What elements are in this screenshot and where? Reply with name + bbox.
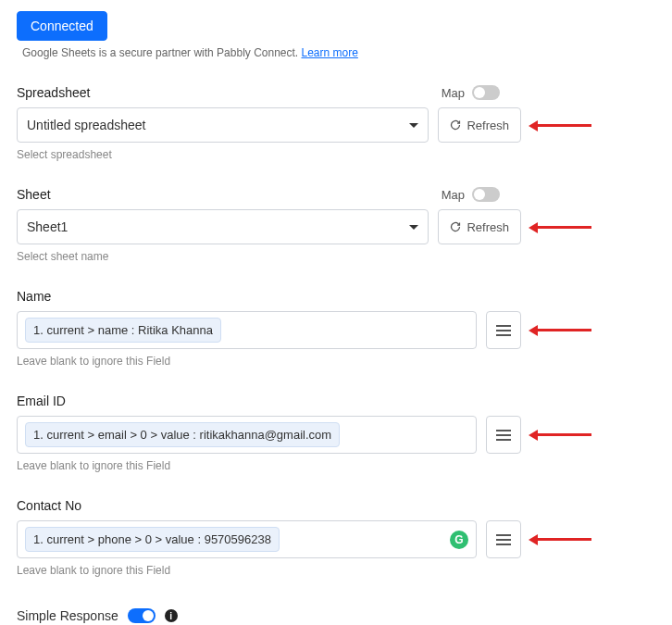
- email-helper: Leave blank to ignore this Field: [17, 459, 655, 472]
- map-label: Map: [442, 188, 465, 202]
- email-token[interactable]: 1. current > email > 0 > value : ritikak…: [25, 422, 340, 447]
- name-label: Name: [17, 289, 51, 304]
- menu-icon: [496, 325, 511, 336]
- name-helper: Leave blank to ignore this Field: [17, 355, 655, 368]
- simple-response-toggle[interactable]: [128, 608, 156, 623]
- sheet-label: Sheet: [17, 187, 51, 202]
- spreadsheet-map-toggle[interactable]: [472, 85, 500, 100]
- contact-input[interactable]: 1. current > phone > 0 > value : 9570596…: [17, 520, 477, 558]
- refresh-label: Refresh: [467, 220, 509, 234]
- chevron-down-icon: [409, 123, 418, 128]
- info-icon[interactable]: i: [165, 609, 178, 622]
- learn-more-link[interactable]: Learn more: [302, 46, 358, 59]
- sheet-refresh-button[interactable]: Refresh: [438, 209, 521, 244]
- spreadsheet-select[interactable]: Untitled spreadsheet: [17, 107, 429, 143]
- menu-icon: [496, 534, 511, 545]
- menu-icon: [496, 430, 511, 441]
- connected-button[interactable]: Connected: [17, 11, 107, 41]
- spreadsheet-helper: Select spreadsheet: [17, 148, 655, 161]
- chevron-down-icon: [409, 225, 418, 230]
- email-label: Email ID: [17, 394, 66, 408]
- name-input[interactable]: 1. current > name : Ritika Khanna: [17, 311, 477, 349]
- pointer-arrow: [536, 538, 591, 541]
- sheet-helper: Select sheet name: [17, 250, 655, 263]
- spreadsheet-label: Spreadsheet: [17, 85, 90, 100]
- spreadsheet-refresh-button[interactable]: Refresh: [438, 107, 521, 143]
- contact-label: Contact No: [17, 498, 81, 513]
- refresh-label: Refresh: [467, 119, 509, 132]
- grammarly-badge: G: [450, 531, 468, 549]
- sheet-value: Sheet1: [27, 219, 68, 234]
- pointer-arrow: [536, 329, 591, 331]
- simple-response-label: Simple Response: [17, 608, 118, 623]
- refresh-icon: [450, 119, 461, 131]
- pointer-arrow: [536, 226, 591, 229]
- sheet-select[interactable]: Sheet1: [17, 209, 429, 244]
- spreadsheet-value: Untitled spreadsheet: [27, 118, 145, 132]
- contact-mapper-button[interactable]: [486, 520, 521, 558]
- contact-helper: Leave blank to ignore this Field: [17, 564, 655, 577]
- pointer-arrow: [536, 433, 591, 436]
- name-token[interactable]: 1. current > name : Ritika Khanna: [25, 318, 221, 343]
- map-label: Map: [442, 86, 465, 100]
- pointer-arrow: [536, 124, 591, 127]
- name-mapper-button[interactable]: [486, 311, 521, 349]
- secure-info: Google Sheets is a secure partner with P…: [22, 46, 655, 59]
- email-input[interactable]: 1. current > email > 0 > value : ritikak…: [17, 416, 477, 454]
- email-mapper-button[interactable]: [486, 416, 521, 454]
- sheet-map-toggle[interactable]: [472, 187, 500, 202]
- contact-token[interactable]: 1. current > phone > 0 > value : 9570596…: [25, 527, 280, 552]
- refresh-icon: [450, 221, 461, 232]
- secure-text: Google Sheets is a secure partner with P…: [22, 46, 302, 59]
